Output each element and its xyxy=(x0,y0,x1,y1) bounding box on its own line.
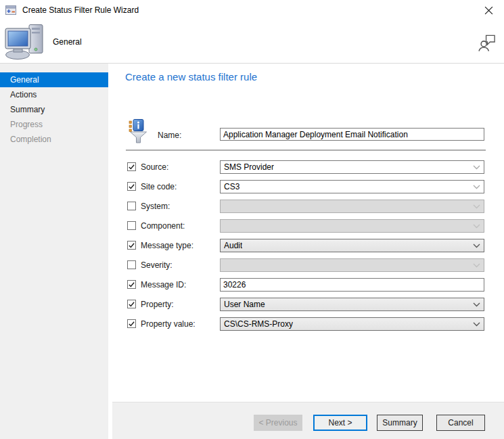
site-code-combo[interactable]: CS3 xyxy=(220,180,484,193)
title-bar[interactable]: Create Status Filter Rule Wizard xyxy=(0,0,504,20)
system-checkbox[interactable] xyxy=(127,202,136,210)
name-input[interactable] xyxy=(220,128,484,141)
message-id-input[interactable] xyxy=(220,278,484,292)
sidebar-item-actions[interactable]: Actions xyxy=(0,87,108,102)
page-title: Create a new status filter rule xyxy=(125,71,257,83)
cancel-button[interactable]: Cancel xyxy=(436,415,485,431)
message-type-label: Message type: xyxy=(141,241,193,250)
property-value-checkbox[interactable] xyxy=(127,319,136,328)
component-combo xyxy=(220,219,484,233)
message-id-field-wrap xyxy=(220,278,484,292)
property-value-label: Property value: xyxy=(141,319,196,329)
sidebar-item-general[interactable]: General xyxy=(0,72,108,87)
status-filter-funnel-icon xyxy=(129,119,148,145)
sidebar-item-summary[interactable]: Summary xyxy=(0,102,108,117)
summary-button[interactable]: Summary xyxy=(377,415,423,431)
next-button[interactable]: Next > xyxy=(313,415,367,431)
previous-button: < Previous xyxy=(254,415,302,431)
sidebar-item-completion: Completion xyxy=(0,132,108,147)
close-icon xyxy=(484,6,493,15)
computer-icon xyxy=(5,24,47,60)
chevron-down-icon xyxy=(473,302,480,307)
chevron-down-icon xyxy=(473,322,480,327)
message-id-label: Message ID: xyxy=(141,280,186,290)
chevron-down-icon xyxy=(473,204,480,209)
property-combo[interactable]: User Name xyxy=(220,298,484,311)
header-page-label: General xyxy=(53,37,82,47)
source-combo[interactable]: SMS Provider xyxy=(220,160,484,174)
chevron-down-icon xyxy=(473,263,480,268)
chevron-down-icon xyxy=(473,244,480,248)
property-checkbox[interactable] xyxy=(127,300,136,308)
property-value-combo[interactable]: CS\CS-RMS-Proxy xyxy=(220,317,484,331)
name-field-wrap xyxy=(220,128,484,141)
wizard-window: Create Status Filter Rule Wizard xyxy=(0,0,504,439)
name-label: Name: xyxy=(158,131,181,140)
severity-checkbox[interactable] xyxy=(127,260,136,269)
severity-combo xyxy=(220,258,484,272)
message-id-checkbox[interactable] xyxy=(127,280,136,289)
wizard-window-icon xyxy=(5,5,16,16)
source-checkbox[interactable] xyxy=(127,162,136,171)
site-code-label: Site code: xyxy=(141,182,177,191)
message-type-combo[interactable]: Audit xyxy=(220,239,484,252)
system-combo xyxy=(220,200,484,213)
property-label: Property: xyxy=(141,300,174,309)
close-button[interactable] xyxy=(473,0,504,20)
group-separator xyxy=(126,149,486,151)
window-title: Create Status Filter Rule Wizard xyxy=(22,5,139,15)
chevron-down-icon xyxy=(473,224,480,229)
message-type-checkbox[interactable] xyxy=(127,241,136,250)
feedback-button[interactable] xyxy=(478,33,497,53)
component-label: Component: xyxy=(141,221,185,231)
sidebar-item-progress: Progress xyxy=(0,117,108,132)
wizard-header: General xyxy=(0,20,504,64)
severity-label: Severity: xyxy=(141,260,173,270)
feedback-person-icon xyxy=(478,33,497,51)
component-checkbox[interactable] xyxy=(127,221,136,230)
wizard-nav-sidebar: General Actions Summary Progress Complet… xyxy=(0,64,108,439)
chevron-down-icon xyxy=(473,165,480,170)
source-label: Source: xyxy=(141,162,168,172)
chevron-down-icon xyxy=(473,185,480,189)
system-label: System: xyxy=(141,202,170,211)
site-code-checkbox[interactable] xyxy=(127,182,136,191)
